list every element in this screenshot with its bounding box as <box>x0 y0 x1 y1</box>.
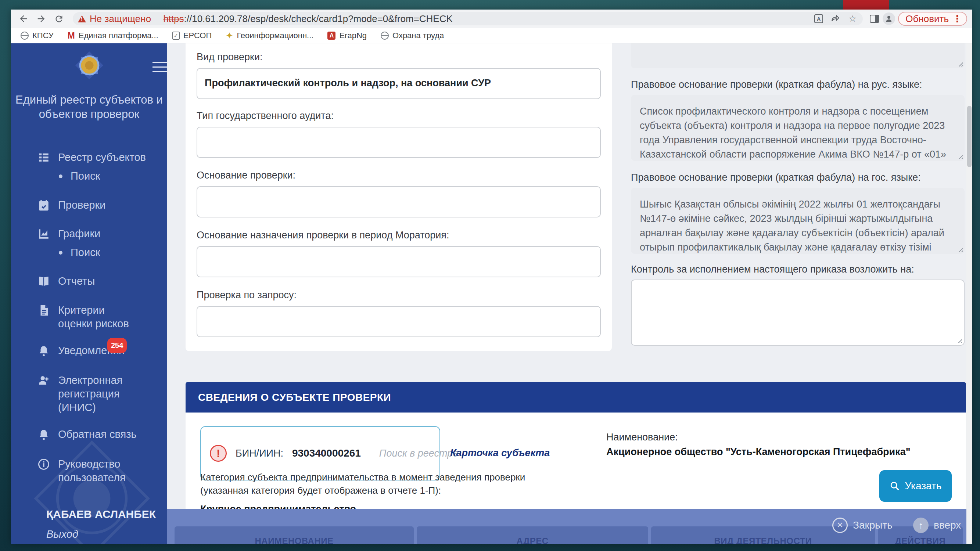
translate-icon[interactable]: A <box>813 14 824 24</box>
bell-icon <box>38 345 50 357</box>
subject-section-title: СВЕДЕНИЯ О СУБЪЕКТЕ ПРОВЕРКИ <box>198 392 391 403</box>
sidebar-item-label: Реестр субъектов <box>58 151 146 164</box>
document-icon <box>38 304 50 317</box>
profile-avatar[interactable] <box>883 13 895 25</box>
scroll-top-button[interactable]: ↑ вверх <box>913 518 961 533</box>
book-icon <box>38 275 50 287</box>
sidebar-item-registry[interactable]: Реестр субъектов <box>11 151 167 164</box>
bookmark-geoinform[interactable]: ✦Геоинформационн... <box>226 30 313 41</box>
control-order-label: Контроль за исполнением настоящего прика… <box>631 264 914 275</box>
chart-icon <box>38 228 50 240</box>
bookmarks-bar: КПСУ МЕдиная платформа... ✓ЕРСОП ✦Геоинф… <box>11 28 972 43</box>
sidebar-item-e-registration[interactable]: Электронная регистрация (ИНИС) <box>11 373 158 414</box>
legal-basis-ru-label: Правовое основание проверки (краткая фаб… <box>631 79 922 91</box>
audit-type-input[interactable] <box>197 127 601 158</box>
subject-section-body: ! БИН/ИИН: 930340000261 Поиск в реестре … <box>186 413 966 509</box>
alert-icon: ! <box>210 445 227 462</box>
back-button[interactable] <box>16 11 31 26</box>
back-arrow-icon <box>18 14 29 24</box>
url-scheme: https <box>163 13 184 24</box>
subject-name-label: Наименование: <box>606 432 678 443</box>
share-icon[interactable] <box>830 14 841 24</box>
url-rest: ://10.61.209.78/esp/desk/check/card1p?mo… <box>184 13 453 24</box>
bookmark-star-icon[interactable]: ☆ <box>847 14 858 24</box>
control-order-textarea[interactable] <box>631 279 964 346</box>
web-page: Единый реестр субъектов и объектов прове… <box>11 43 972 544</box>
bookmark-edinaya-platforma[interactable]: МЕдиная платформа... <box>68 30 158 41</box>
scrollbar-thumb[interactable] <box>967 106 972 167</box>
app-logo <box>72 48 107 83</box>
user-plus-icon <box>38 374 50 387</box>
subject-name-value: Акционерное общество "Усть-Каменогорская… <box>606 446 910 458</box>
side-panel-icon[interactable] <box>869 14 880 24</box>
subject-card-link[interactable]: Карточка субъекта <box>450 448 550 459</box>
address-bar[interactable]: Не защищено https://10.61.209.78/esp/des… <box>73 12 863 25</box>
search-icon <box>889 481 900 491</box>
sidebar-item-label: Отчеты <box>58 275 95 288</box>
table-header-address: АДРЕС <box>417 526 648 544</box>
scroll-top-label: вверх <box>934 519 961 531</box>
table-list-icon <box>38 151 50 164</box>
arrow-up-icon: ↑ <box>913 518 929 533</box>
sidebar-item-label: Критерии оценки рисков <box>58 303 136 330</box>
angular-icon: A <box>328 32 336 40</box>
update-button[interactable]: Обновить ⋮ <box>898 12 967 26</box>
sidebar-item-label: Проверки <box>58 198 105 212</box>
bookmark-ohrana-truda[interactable]: Охрана труда <box>381 31 444 40</box>
check-basis-label: Основание проверки: <box>197 170 601 181</box>
check-on-request-label: Проверка по запросу: <box>197 289 601 301</box>
forward-arrow-icon <box>36 14 46 24</box>
close-icon: ✕ <box>832 518 848 533</box>
security-chip-label[interactable]: Не защищено <box>90 13 151 25</box>
subject-section-header: СВЕДЕНИЯ О СУБЪЕКТЕ ПРОВЕРКИ <box>186 382 966 413</box>
reload-button[interactable] <box>51 11 66 26</box>
bookmark-ersop[interactable]: ✓ЕРСОП <box>172 31 212 40</box>
browser-menu-icon[interactable]: ⋮ <box>953 13 962 25</box>
forward-button[interactable] <box>34 11 48 26</box>
sidebar-item-label: Поиск <box>70 246 100 259</box>
calendar-check-icon <box>38 199 50 211</box>
close-button[interactable]: ✕ Закрыть <box>832 518 892 533</box>
specify-button[interactable]: Указать <box>879 470 952 502</box>
reload-icon <box>54 14 64 24</box>
legal-basis-ru-textarea[interactable]: Список профилактического контроля и надз… <box>631 95 964 161</box>
browser-window: Не защищено https://10.61.209.78/esp/des… <box>11 10 972 544</box>
emblem-icon: ✦ <box>226 30 233 41</box>
check-basis-input[interactable] <box>197 186 601 218</box>
hamburger-menu-icon[interactable] <box>153 59 167 75</box>
browser-toolbar: Не защищено https://10.61.209.78/esp/des… <box>11 10 972 28</box>
sidebar-item-risk-criteria[interactable]: Критерии оценки рисков <box>11 303 143 330</box>
category-label: Категория субъекта предпринимательства в… <box>200 470 568 497</box>
chip-separator <box>157 14 157 23</box>
security-warning-icon <box>78 16 86 22</box>
registry-search-placeholder[interactable]: Поиск в реестре <box>379 448 458 459</box>
person-icon <box>885 14 893 23</box>
update-button-label: Обновить <box>905 13 949 25</box>
clipped-textarea[interactable] <box>631 43 964 68</box>
legal-basis-kz-textarea[interactable]: Шығыс Қазақстан облысы әкімінің 2022 жыл… <box>631 188 964 254</box>
moratorium-basis-input[interactable] <box>197 246 601 277</box>
check-on-request-input[interactable] <box>197 306 601 337</box>
sidebar-item-reports[interactable]: Отчеты <box>11 275 167 288</box>
sidebar-item-label: Графики <box>58 227 100 241</box>
specify-button-label: Указать <box>905 480 942 492</box>
sidebar-item-checks[interactable]: Проверки <box>11 198 167 212</box>
bullet-icon <box>59 175 62 178</box>
bookmark-erapng[interactable]: AErapNg <box>328 31 367 40</box>
checklist-icon: ✓ <box>172 32 180 40</box>
bin-value: 930340000261 <box>292 448 361 459</box>
sidebar-item-notifications[interactable]: Уведомления 254 <box>11 344 167 357</box>
sidebar-item-schedules-search[interactable]: Поиск <box>11 246 167 259</box>
url-text[interactable]: https://10.61.209.78/esp/desk/check/card… <box>163 13 453 25</box>
sidebar: Единый реестр субъектов и объектов прове… <box>11 43 167 544</box>
sidebar-item-schedules[interactable]: Графики <box>11 227 167 241</box>
globe-icon <box>21 32 29 40</box>
m-logo-icon: М <box>68 30 75 41</box>
bookmark-kpsu[interactable]: КПСУ <box>21 31 54 40</box>
sidebar-item-label: Электронная регистрация (ИНИС) <box>58 373 151 414</box>
check-kind-input[interactable]: Профилактический контроль и надзор, на о… <box>197 68 601 99</box>
sidebar-item-registry-search[interactable]: Поиск <box>11 169 167 183</box>
page-scrollbar[interactable] <box>966 43 972 544</box>
globe-icon <box>381 32 389 40</box>
moratorium-basis-label: Основание назначения проверки в период М… <box>197 230 601 241</box>
